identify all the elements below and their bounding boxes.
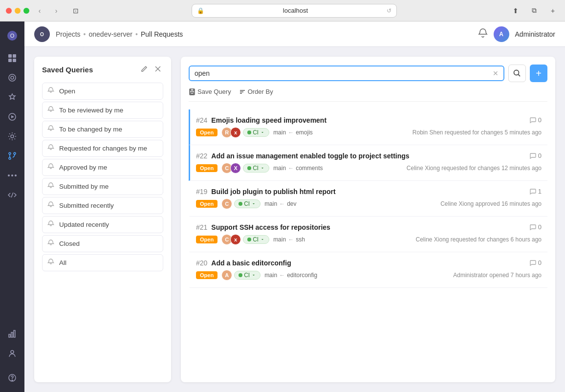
pr-activity: Administrator opened 7 hours ago [453,272,542,279]
close-traffic-light[interactable] [6,8,12,14]
pr-number: #21 [196,223,207,231]
ci-badge[interactable]: CI [243,235,269,244]
reload-icon[interactable]: ↺ [387,7,391,14]
search-input-wrap: ✕ [189,65,504,81]
close-queries-button[interactable] [152,65,163,75]
save-query-button[interactable]: Save Query [189,88,231,95]
head-branch: emojis [296,129,313,136]
help-icon[interactable] [3,369,22,387]
tabs-button[interactable]: ⧉ [528,4,541,17]
svg-text:O: O [40,32,44,37]
search-clear-button[interactable]: ✕ [493,69,499,77]
pr-item-top: #24 Emojis loading speed improvement 0 [196,116,542,124]
user-avatar[interactable]: A [494,26,509,42]
pr-title: Build job plugin to publish html report [211,188,335,196]
more-icon[interactable] [3,166,22,185]
svg-point-11 [9,152,11,154]
url-bar[interactable]: 🔒 localhost ↺ [192,4,397,18]
base-branch: main [264,200,277,207]
notification-button[interactable] [478,28,488,40]
ci-chevron-icon [251,201,256,206]
forward-button[interactable]: › [50,4,63,17]
query-bell-icon [47,259,54,267]
dashboard-icon[interactable] [3,49,22,67]
ci-badge[interactable]: CI [234,271,261,280]
pr-avatars: A [221,270,230,281]
svg-marker-9 [11,115,14,118]
edit-queries-button[interactable] [139,65,150,75]
query-item[interactable]: Approved by me [42,159,163,176]
pr-meta: Open Cx CI main ← ssh Celine Xiong reque… [196,234,542,245]
svg-point-12 [14,152,16,154]
pr-branch: main ← emojis [273,129,313,136]
query-label: Submitted by me [59,183,109,190]
breadcrumb-current: Pull Requests [141,30,183,38]
url-text: localhost [207,7,384,14]
pr-branch: main ← editorconfig [264,272,317,279]
query-item[interactable]: Requested for changes by me [42,140,163,157]
pr-item-top: #19 Build job plugin to publish html rep… [196,188,542,196]
pr-item[interactable]: #19 Build job plugin to publish html rep… [189,181,547,217]
analytics-icon[interactable] [3,325,22,343]
svg-point-23 [12,380,13,381]
pr-item-top: #20 Add a basic editorconfig 0 [196,259,542,267]
base-branch: main [273,129,286,136]
back-button[interactable]: ‹ [33,4,46,17]
titlebar-right: ⬆ ⧉ + [506,4,559,17]
query-item[interactable]: Updated recently [42,216,163,233]
pr-item[interactable]: #24 Emojis loading speed improvement 0 O… [189,109,547,145]
ci-badge[interactable]: CI [243,128,269,137]
fullscreen-traffic-light[interactable] [23,8,29,14]
pr-title: Add an issue management enabled toggle t… [211,152,409,160]
svg-rect-19 [11,332,13,337]
query-label: To be reviewed by me [59,107,123,114]
add-pr-button[interactable]: + [530,65,547,82]
members-icon[interactable] [3,344,22,363]
pr-avatars: Cx [221,234,239,245]
ci-label: CI [244,272,250,279]
window-button[interactable]: ⊡ [69,4,82,17]
pr-item-top: #21 Support SSH access for repositories … [196,223,542,231]
search-input[interactable] [195,69,493,77]
query-item[interactable]: Submitted recently [42,197,163,214]
settings-icon[interactable] [3,127,22,146]
comment-number: 0 [538,152,542,159]
new-tab-button[interactable]: + [546,4,559,17]
project-link[interactable]: onedev-server [88,30,132,38]
share-button[interactable]: ⬆ [509,4,522,17]
order-by-button[interactable]: Order By [239,88,273,95]
query-item[interactable]: To be reviewed by me [42,102,163,119]
comment-icon [529,152,536,159]
query-item[interactable]: Open [42,83,163,100]
query-label: All [59,259,66,266]
pr-avatars: CX [221,163,239,174]
topbar-right: A Administrator [478,26,555,42]
ci-badge[interactable]: CI [234,199,261,208]
query-item[interactable]: All [42,254,163,271]
ci-badge[interactable]: CI [243,164,269,173]
comment-number: 0 [538,223,542,231]
security-icon: 🔒 [197,7,204,14]
projects-link[interactable]: Projects [56,30,81,38]
code-icon[interactable] [3,186,22,204]
deploy-icon[interactable] [3,108,22,126]
pullrequests-icon[interactable] [3,147,22,165]
pr-item[interactable]: #21 Support SSH access for repositories … [189,217,547,252]
issues-icon[interactable] [3,68,22,87]
app-logo[interactable]: O [3,26,22,45]
pr-meta: Open CX CI main ← comments Celine Xiong … [196,163,542,174]
minimize-traffic-light[interactable] [15,8,21,14]
svg-rect-18 [9,334,10,337]
query-item[interactable]: Closed [42,235,163,252]
pr-item[interactable]: #20 Add a basic editorconfig 0 Open A CI… [189,252,547,288]
query-label: Approved by me [59,164,107,171]
branch-arrow: ← [279,272,285,279]
builds-icon[interactable] [3,88,22,107]
pr-item[interactable]: #22 Add an issue management enabled togg… [189,145,547,181]
query-item[interactable]: To be changed by me [42,121,163,138]
pr-branch: main ← comments [273,165,323,172]
pr-avatar: x [230,234,241,245]
search-button[interactable] [508,65,526,82]
query-item[interactable]: Submitted by me [42,178,163,195]
pr-comment-count: 0 [529,259,542,266]
